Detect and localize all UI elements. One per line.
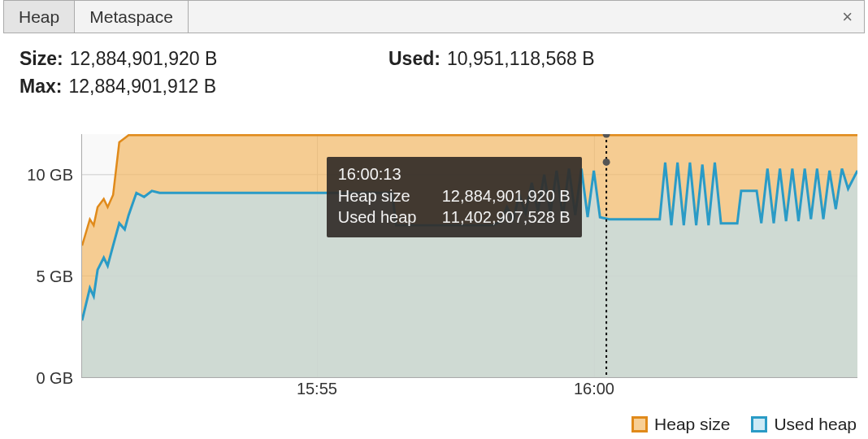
size-value: 12,884,901,920 B: [70, 45, 218, 72]
memory-stats: Size: 12,884,901,920 B Used: 10,951,118,…: [0, 33, 868, 102]
tooltip-used-label: Used heap: [338, 206, 436, 228]
tooltip-heap-label: Heap size: [338, 185, 436, 206]
tooltip-time: 16:00:13: [338, 165, 571, 184]
used-value: 10,951,118,568 B: [447, 45, 595, 72]
y-tick-0: 0 GB: [36, 369, 73, 388]
legend-used-label: Used heap: [774, 415, 857, 434]
max-value: 12,884,901,912 B: [68, 72, 216, 100]
svg-point-7: [603, 159, 610, 166]
tab-heap[interactable]: Heap: [4, 1, 75, 33]
legend-used-heap[interactable]: Used heap: [751, 415, 857, 434]
close-icon[interactable]: ×: [831, 1, 864, 33]
heap-swatch-icon: [631, 416, 648, 432]
used-swatch-icon: [751, 416, 767, 432]
x-axis: 15:55 16:00: [81, 380, 857, 402]
chart-legend: Heap size Used heap: [0, 415, 857, 434]
chart-tooltip: 16:00:13 Heap size 12,884,901,920 B Used…: [327, 157, 582, 237]
size-label: Size:: [20, 45, 63, 72]
tab-metaspace[interactable]: Metaspace: [75, 1, 189, 33]
tab-bar: Heap Metaspace ×: [3, 0, 865, 33]
plot-area[interactable]: 16:00:13 Heap size 12,884,901,920 B Used…: [81, 134, 857, 378]
legend-heap-size[interactable]: Heap size: [631, 415, 730, 434]
x-tick-1555: 15:55: [297, 380, 337, 398]
y-tick-5: 5 GB: [36, 267, 73, 286]
tooltip-used-value: 11,402,907,528 B: [442, 206, 571, 228]
y-tick-10: 10 GB: [27, 166, 73, 185]
max-label: Max:: [20, 72, 62, 100]
memory-chart[interactable]: 0 GB 5 GB 10 GB: [18, 134, 859, 386]
tooltip-heap-value: 12,884,901,920 B: [442, 185, 571, 206]
legend-heap-label: Heap size: [654, 415, 730, 434]
x-tick-1600: 16:00: [574, 380, 614, 398]
used-label: Used:: [388, 45, 441, 72]
y-axis: 0 GB 5 GB 10 GB: [18, 134, 78, 378]
